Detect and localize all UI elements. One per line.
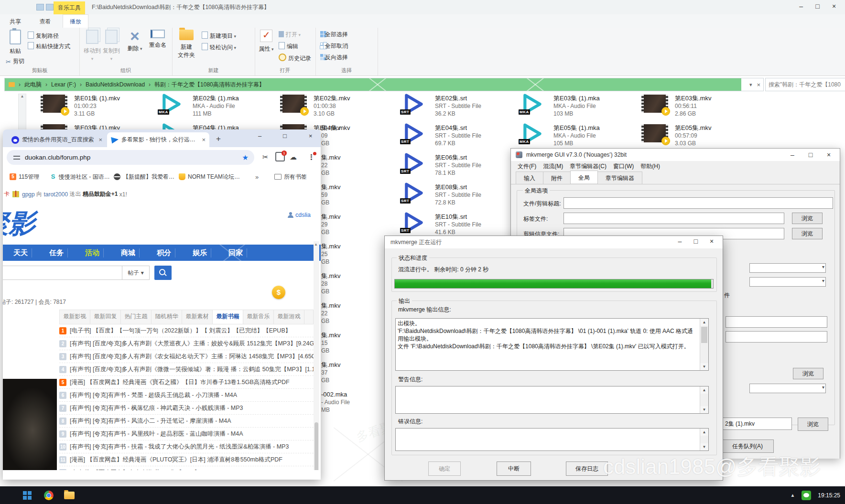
select-all-button[interactable]: 全部选择 [320, 31, 348, 39]
thread-title[interactable]: [有声书] [夸克]有声书 - 风流小二 - 升迁笔记 - 摩崖演播 - M4A [70, 417, 231, 425]
thread-row[interactable]: 6 [有声书] [夸克]有声书 - 梵墨 - 超级兵王俏总裁 - 小刀演播 - … [59, 389, 314, 402]
file-item[interactable]: SRT 第E04集.srtSRT - Subtitle File69.7 KB [401, 123, 481, 153]
thread-title[interactable]: [有声书] [夸克]有声书 - 扶霜 - 我成了大佬心头的黑月光 - 纸浅墨深&… [70, 443, 289, 451]
thread-row[interactable]: 4 [有声书] [百度/夸克]多人有声剧《微微一笑很倾城》著：顾漫 播：云鹤追 … [59, 363, 314, 376]
thread-title[interactable]: [有声书] 【百度网盘】有声小说 共964集【MP3】[6.82G] [70, 469, 220, 471]
paste-button[interactable]: 粘贴 [5, 30, 26, 55]
latest-tab[interactable]: 最新音乐 [243, 310, 274, 324]
output-messages-box[interactable]: 出模块。'F:\BaiduNetdiskDownload\韩剧：千年之爱【108… [395, 318, 709, 371]
thread-row[interactable]: 2 [有声书] [百度/夸克]多人有声剧《大景巡夜人》主播：姣姣兮&顾辰 151… [59, 337, 314, 350]
option-input[interactable] [726, 316, 827, 328]
maximize-icon[interactable]: □ [689, 237, 703, 245]
file-title-input[interactable] [563, 197, 833, 209]
thread-title[interactable]: [漫画] 【百度网盘】经典漫画《寶石之國》【日】市川春子13卷1.5GB高清格式… [70, 378, 290, 386]
maximize-icon[interactable]: □ [283, 132, 287, 139]
breadcrumb-item[interactable]: Lexar (F:) [42, 81, 76, 88]
url-bar[interactable]: duokan.club/forum.php ★ [7, 150, 254, 165]
quick-access-chevron-icon[interactable] [46, 4, 54, 11]
ribbon-tab[interactable]: 共享 [3, 15, 28, 28]
thread-row[interactable]: 9 [有声书] [夸克]有声书 - 风里残叶 - 超品邪医 - 蓝山咖啡演播 -… [59, 428, 314, 440]
file-item-fragment[interactable]: 集.mkv29GB [321, 212, 350, 242]
option-input[interactable] [726, 331, 827, 343]
mkvmerge-tab[interactable]: 附件 [543, 172, 571, 184]
menu-item[interactable]: 混流(M) [543, 162, 563, 171]
forum-search-input[interactable] [3, 266, 122, 280]
cloud-extension-icon[interactable]: ☁ [290, 153, 297, 161]
scroll-up-icon[interactable]: ▲ [700, 386, 708, 394]
file-item-fragment[interactable]: 集.mkv09GB [321, 123, 350, 153]
file-item[interactable]: SRT 第E06集.srtSRT - Subtitle File78.1 KB [401, 153, 481, 182]
menu-item[interactable]: 窗口(W) [613, 162, 634, 171]
breadcrumb-item[interactable]: 此电脑 [15, 81, 42, 89]
open-button[interactable]: 打开 ▾ [279, 31, 301, 39]
wechat-icon[interactable] [802, 491, 811, 500]
file-item-fragment[interactable]: 集.mkv37GB [321, 360, 350, 390]
move-to-button[interactable]: 移动到 ▾ [82, 30, 102, 62]
menu-item[interactable]: 章节编辑器(C) [570, 162, 607, 171]
bookmark-item[interactable]: 5115管理 [10, 172, 39, 182]
bookmark-item[interactable]: 【新提醒】我爱看… [114, 172, 174, 182]
scroll-down-icon[interactable]: ▼ [700, 406, 708, 413]
maximize-icon[interactable]: □ [811, 2, 825, 10]
file-item[interactable]: SRT 第E08集.srtSRT - Subtitle File72.8 KB [401, 182, 481, 212]
thread-row[interactable]: 1 [电子书] 【百度】【一句顶一万句（2022新版）】【 刘震云】【已完结】【… [59, 324, 314, 337]
breadcrumb-item[interactable]: BaiduNetdiskDownload [76, 81, 145, 88]
file-item-fragment[interactable]: 集.mkv22GB [321, 153, 350, 182]
tag-file-input[interactable] [563, 213, 784, 224]
bookmarks-overflow[interactable]: » [255, 172, 259, 182]
file-item[interactable]: MKA 第E02集 (1).mkaMKA - Audio File111 MB [159, 94, 239, 123]
select-none-button[interactable]: 全部取消 [320, 42, 348, 50]
chapter-browse-button[interactable]: 浏览 [792, 228, 823, 239]
url-text[interactable]: duokan.club/forum.php [25, 154, 90, 161]
properties-button[interactable]: 属性 ▾ [258, 30, 275, 53]
latest-tab[interactable]: 热门主题 [121, 310, 152, 324]
mkvmerge-tab[interactable]: 输入 [516, 172, 543, 184]
scissors-extension-icon[interactable]: ✂ [262, 153, 269, 161]
scrollbar-thumb[interactable] [701, 327, 707, 343]
scroll-up-icon[interactable]: ▲ [700, 429, 708, 436]
tab-close-icon[interactable]: × [98, 136, 102, 143]
bookmark-item[interactable]: NORM TEAM论坛… [179, 172, 240, 182]
thread-title[interactable]: [有声书] [百度/夸克]多人有声剧《大景巡夜人》主播：姣姣兮&顾辰 1512集… [70, 340, 314, 348]
nav-item[interactable]: 商城 [117, 248, 140, 257]
mkvmerge-tab[interactable]: 全局 [570, 171, 598, 183]
rename-button[interactable]: 重命名 [145, 30, 170, 49]
close-icon[interactable]: × [827, 2, 841, 10]
quick-access-icon[interactable] [36, 4, 44, 11]
minimize-icon[interactable]: – [258, 132, 261, 139]
file-item-fragment[interactable]: 集.mkv59GB [321, 182, 350, 212]
easy-access-button[interactable]: 轻松访问 ▾ [202, 43, 236, 52]
tag-browse-button[interactable]: 浏览 [792, 213, 823, 224]
file-item[interactable]: 第E02集.mkv01:00:383.10 GB [280, 94, 350, 123]
bookmark-star-icon[interactable]: ★ [242, 153, 249, 162]
minimize-icon[interactable]: – [785, 151, 800, 159]
file-item-fragment[interactable]: 集.mkv15GB [321, 331, 350, 360]
menu-item[interactable]: 文件(F) [518, 162, 536, 171]
tab-close-icon[interactable]: × [202, 136, 206, 143]
minimize-icon[interactable]: – [794, 2, 808, 10]
thread-title[interactable]: [电子书] 【百度】【一句顶一万句（2022新版）】【 刘震云】【已完结】【EP… [70, 327, 291, 335]
option-dropdown[interactable] [749, 384, 826, 393]
thread-row[interactable]: 3 [有声书] [百度/夸克]多人有声剧《农女福妃名动天下》主播：阿琳达 145… [59, 350, 314, 363]
new-folder-button[interactable]: 新建文件夹 [175, 30, 198, 59]
invert-selection-button[interactable]: 反向选择 [320, 54, 348, 62]
nav-item[interactable]: 天天 [10, 248, 32, 257]
output-filename-input[interactable]: 2集 (1).mkv [723, 418, 792, 430]
errors-scrollbar[interactable]: ▲▼ [700, 429, 708, 450]
cut-button[interactable]: 剪切 [6, 57, 24, 65]
all-bookmarks-button[interactable]: 所有书签 [274, 172, 307, 182]
ribbon-tab[interactable]: 播放 [63, 14, 88, 28]
file-item[interactable]: SRT 第E02集.srtSRT - Subtitle File36.2 KB [401, 94, 481, 123]
thread-title[interactable]: [有声书] [夸克]有声书 - 梵墨 - 超级兵王俏总裁 - 小刀演播 - M4… [70, 391, 237, 399]
start-button[interactable] [23, 491, 32, 500]
ok-button[interactable]: 确定 [428, 461, 461, 476]
nav-item[interactable]: 积分 [153, 248, 175, 257]
site-settings-icon[interactable] [13, 155, 20, 161]
abort-button[interactable]: 中断 [497, 461, 531, 476]
latest-tab[interactable]: 最新素材 [182, 310, 213, 324]
search-button[interactable] [154, 266, 172, 280]
latest-tab[interactable]: 最新影视 [60, 310, 90, 324]
gold-coin-icon[interactable]: $ [272, 286, 285, 299]
breadcrumb-item[interactable]: 韩剧：千年之爱【1080高清韩语外挂字幕】 [145, 81, 265, 89]
output-scrollbar[interactable]: ▲▼ [700, 319, 708, 370]
